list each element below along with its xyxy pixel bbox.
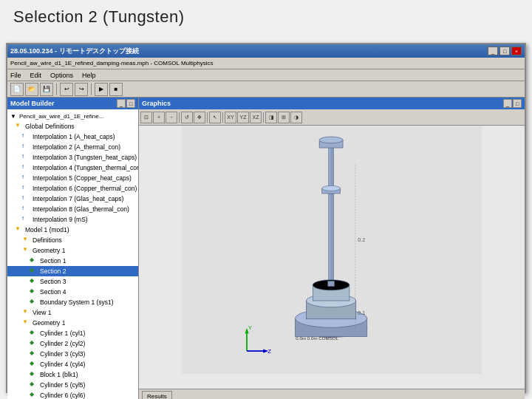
page-title: Selection 2 (Tungsten) [13,7,185,27]
tree-item[interactable]: fInterpolation 8 (Glas_thermal_con) [7,204,138,214]
tree-item[interactable]: ◆Section 1 [7,256,138,266]
tree-icon: ◆ [30,256,38,265]
menu-file[interactable]: File [10,72,21,79]
view-xz[interactable]: XZ [250,112,262,123]
toolbar-sep-2 [91,83,92,95]
tree-item[interactable]: fInterpolation 7 (Glas_heat_caps) [7,194,138,204]
tree-label: Section 2 [40,267,66,275]
graphics-area[interactable]: Y Z 0.2 0.1 0.0m 0.0m COMSOL [139,126,525,389]
tree-label: Section 1 [40,257,66,265]
tree-item[interactable]: ▼View 1 [7,307,138,318]
tree-item[interactable]: ▼Definitions [7,235,138,245]
tree-icon: ▼ [22,308,31,317]
graphics-title: Graphics [142,100,171,107]
tree-label: Interpolation 3 (Tungsten_heat_caps) [33,154,137,161]
panel-controls: _ □ [117,99,135,108]
rotate-btn[interactable]: ↺ [181,112,193,123]
tree-item[interactable]: ◆Block 1 (blk1) [7,369,138,380]
tree-item[interactable]: ▼Geometry 1 [7,245,138,256]
tree-icon: f [22,132,31,141]
tree-icon: ◆ [30,329,38,338]
tree-item[interactable]: fInterpolation 4 (Tungsten_thermal_con) [7,163,138,173]
zoom-extents-btn[interactable]: ⊡ [140,112,152,123]
tree-icon: ▼ [22,236,31,245]
tree-item[interactable]: ◆Cylinder 4 (cyl4) [7,359,138,369]
close-button[interactable]: × [511,47,522,55]
tree-item[interactable]: ◆Section 4 [7,287,138,297]
tree-icon: ◆ [30,391,38,399]
tree-item[interactable]: ◆Section 2 [7,266,138,276]
tree-icon: f [22,163,31,172]
tree-label: Interpolation 7 (Glas_heat_caps) [33,195,123,202]
stop-button[interactable]: ■ [109,83,123,96]
tree-item[interactable]: ◆Cylinder 5 (cyl5) [7,380,138,390]
new-button[interactable]: 📄 [10,83,24,96]
run-button[interactable]: ▶ [95,83,108,96]
gfx-sep-1 [179,112,180,123]
tree-label: Definitions [33,236,62,244]
tree-item[interactable]: ▼Model 1 (mod1) [7,225,138,235]
render-btn[interactable]: ◨ [265,112,277,123]
view-yz[interactable]: YZ [237,112,249,123]
svg-text:0.0m 0.0m COMSOL: 0.0m 0.0m COMSOL [296,335,338,341]
minimize-button[interactable]: _ [488,47,498,55]
maximize-button[interactable]: □ [499,47,510,55]
tree-item[interactable]: ◆Boundary System 1 (sys1) [7,297,138,307]
tree-icon: f [22,205,31,214]
select-btn[interactable]: ↖ [209,112,221,123]
results-tab[interactable]: Results [142,391,172,400]
tree-root[interactable]: ▼ Pencil_aw_wire_d1_1E_refine... [7,111,138,121]
panel-maximize[interactable]: □ [126,99,135,108]
tree-icon: ◆ [30,381,38,389]
pan-btn[interactable]: ✥ [194,112,205,123]
tree-item[interactable]: fInterpolation 6 (Copper_thermal_con) [7,183,138,194]
tree-icon: f [22,174,31,183]
tree-item[interactable]: ◆Cylinder 2 (cyl2) [7,338,138,349]
tree-icon: ◆ [30,277,38,286]
tree-item[interactable]: ▼Geometry 1 [7,318,138,328]
tree-label: Interpolation 8 (Glas_thermal_con) [33,205,129,213]
zoom-out-btn[interactable]: − [166,112,177,123]
tree-label: Global Definitions [25,123,75,130]
window-title-text: 28.05.100.234 - リモートデスクトップ接続 [10,47,139,56]
tree-item[interactable]: fInterpolation 3 (Tungsten_heat_caps) [7,152,138,163]
tree-item[interactable]: ▼Global Definitions [7,121,138,132]
mesh-btn[interactable]: ⊞ [278,112,290,123]
undo-button[interactable]: ↩ [60,83,73,96]
tree-item[interactable]: fInterpolation 9 (mS) [7,214,138,225]
graphics-maximize[interactable]: □ [513,99,522,108]
tree-icon: ◆ [30,360,38,369]
tree-item[interactable]: ◆Section 3 [7,276,138,287]
tree-item[interactable]: ◆Cylinder 6 (cyl6) [7,390,138,399]
model-svg: Y Z 0.2 0.1 0.0m 0.0m COMSOL [139,126,525,374]
panel-minimize[interactable]: _ [117,99,126,108]
menu-edit[interactable]: Edit [30,72,42,79]
redo-button[interactable]: ↪ [75,83,88,96]
tree-icon: f [22,184,31,193]
tree-item[interactable]: ◆Cylinder 1 (cyl1) [7,328,138,338]
tree-item[interactable]: ◆Cylinder 3 (cyl3) [7,349,138,359]
save-button[interactable]: 💾 [40,83,53,96]
menu-help[interactable]: Help [82,72,96,79]
tree-label: Interpolation 4 (Tungsten_thermal_con) [33,164,138,171]
model-builder-title: Model Builder [10,100,55,107]
menu-options[interactable]: Options [50,72,73,79]
svg-text:0.1: 0.1 [358,310,365,316]
transparency-btn[interactable]: ◑ [290,112,302,123]
tree-label: Model 1 (mod1) [25,226,69,233]
tree-icon: f [22,194,31,203]
tree-item[interactable]: fInterpolation 5 (Copper_heat_caps) [7,173,138,183]
tree-item[interactable]: fInterpolation 2 (A_thermal_con) [7,142,138,152]
svg-text:Y: Y [248,324,253,331]
tree-area[interactable]: ▼ Pencil_aw_wire_d1_1E_refine... ▼Global… [7,109,138,399]
zoom-in-btn[interactable]: + [153,112,165,123]
tree-item[interactable]: fInterpolation 1 (A_heat_caps) [7,132,138,142]
view-xy[interactable]: XY [225,112,236,123]
graphics-minimize[interactable]: _ [503,99,512,108]
tree-label: Cylinder 4 (cyl4) [40,361,85,368]
open-button[interactable]: 📂 [25,83,38,96]
tree-icon: ◆ [30,349,38,358]
tree-label: Interpolation 1 (A_heat_caps) [33,133,115,140]
bottom-panel: Results [139,389,525,399]
svg-point-9 [322,185,341,191]
